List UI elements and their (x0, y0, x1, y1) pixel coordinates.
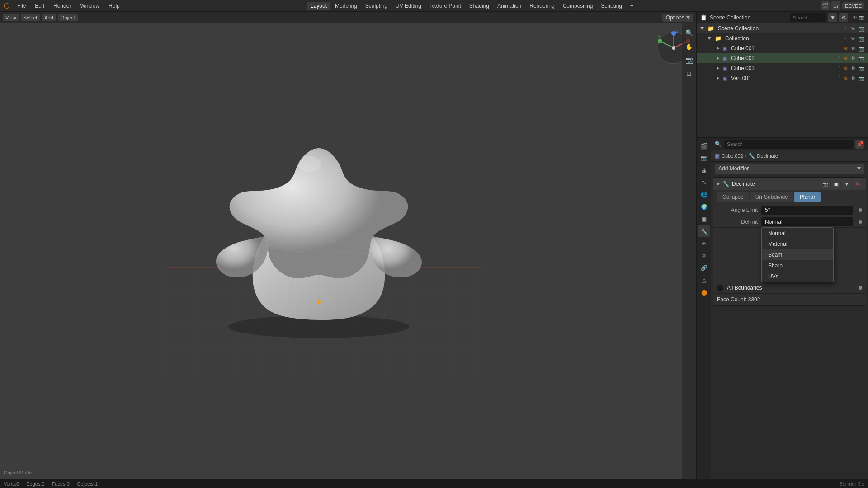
delimit-trigger[interactable]: Normal (761, 217, 853, 226)
vert001-expand-icon (717, 76, 719, 80)
viewport-view-menu[interactable]: View (3, 14, 19, 21)
scene-check-icon[interactable]: ☑ (843, 26, 848, 32)
delimit-option-material[interactable]: Material (762, 239, 833, 249)
tab-collapse[interactable]: Collapse (717, 192, 749, 202)
world-props-icon[interactable]: 🌍 (698, 201, 710, 213)
cube001-mesh-icon: ▣ (723, 46, 727, 52)
delimit-option-normal[interactable]: Normal (762, 228, 833, 239)
delimit-option-uvs[interactable]: UVs (762, 271, 833, 282)
scene-selector[interactable]: 🎬 (821, 1, 830, 10)
cube001-camera[interactable]: 📷 (858, 46, 864, 52)
outliner-search[interactable] (790, 13, 826, 22)
scene-eye-icon[interactable]: 👁 (850, 26, 855, 32)
workspace-layout[interactable]: Layout (307, 2, 330, 10)
object-data-props-icon[interactable]: △ (698, 274, 710, 286)
outliner-settings[interactable]: ⚙ (839, 13, 848, 22)
workspace-scripting[interactable]: Scripting (597, 2, 626, 10)
workspace-compositing[interactable]: Compositing (559, 2, 597, 10)
options-button[interactable]: Options (662, 14, 693, 22)
delimit-keyframe-dot[interactable] (859, 220, 862, 224)
view-layer-selector[interactable]: 🗂 (831, 1, 840, 10)
angle-limit-value[interactable]: 5° (761, 206, 853, 215)
outliner-scene-collection[interactable]: 📁 Scene Collection ☑ 👁 📷 (697, 23, 868, 33)
viewport-select-menu[interactable]: Select (21, 14, 40, 21)
outliner-filter[interactable]: ▼ (828, 13, 837, 22)
decimate-expand-icon[interactable] (717, 182, 720, 186)
hand-icon[interactable]: ✋ (683, 41, 695, 52)
properties-search[interactable] (724, 140, 853, 149)
tab-un-subdivide[interactable]: Un-Subdivide (750, 192, 793, 202)
decimate-close-icon[interactable]: ✕ (853, 179, 862, 188)
all-boundaries-dot[interactable] (859, 286, 862, 290)
cube003-camera[interactable]: 📷 (858, 66, 864, 71)
angle-limit-keyframe-dot[interactable] (859, 208, 862, 212)
scene-render-icon[interactable]: 🎬 (698, 140, 710, 152)
outliner-vert001[interactable]: ▣ Vert.001 ⋮ ⊘ 👁 📷 (697, 73, 868, 83)
outliner-cube001[interactable]: ▣ Cube.001 ⊘ 👁 📷 (697, 43, 868, 53)
delimit-option-sharp[interactable]: Sharp (762, 260, 833, 271)
scene-camera-icon[interactable]: 📷 (858, 26, 864, 32)
modifier-props-icon[interactable]: 🔧 (698, 225, 710, 237)
tab-planar[interactable]: Planar (794, 192, 821, 202)
camera-view-icon[interactable]: 📷 (683, 54, 695, 66)
delimit-option-seam[interactable]: Seam (762, 249, 833, 260)
object-props-icon[interactable]: ▣ (698, 213, 710, 225)
decimate-render-icon[interactable]: 🔲 (831, 179, 840, 188)
cube003-eye[interactable]: 👁 (850, 66, 855, 71)
workspace-texture[interactable]: Texture Paint (426, 2, 465, 10)
add-modifier-button[interactable]: Add Modifier (715, 164, 864, 174)
cube002-bone-icon: ⊘ (844, 56, 848, 61)
svg-point-7 (298, 156, 321, 172)
decimate-camera-icon[interactable]: 📷 (821, 179, 830, 188)
collection-label: Collection (725, 35, 749, 42)
status-faces: Faces:0 (52, 481, 70, 487)
outliner-cube002[interactable]: ▣ Cube.002 ⋮ ⊘ 👁 📷 (697, 53, 868, 63)
outliner-cube003[interactable]: ▣ Cube.003 ⋮ ⊘ 👁 📷 (697, 63, 868, 73)
workspace-sculpting[interactable]: Sculpting (362, 2, 391, 10)
decimate-name[interactable]: Decimate (732, 181, 818, 187)
menu-help[interactable]: Help (105, 2, 123, 10)
grid-view-icon[interactable]: ⊞ (683, 68, 695, 80)
output-props-icon[interactable]: 🖨 (698, 164, 710, 176)
workspace-rendering[interactable]: Rendering (526, 2, 558, 10)
viewport-3d[interactable]: View Select Add Object Options (0, 12, 696, 479)
decimate-modifier-card: 🔧 Decimate 📷 🔲 ▼ ✕ Collapse Un-S (713, 177, 866, 306)
cube002-camera[interactable]: 📷 (858, 56, 864, 61)
physics-props-icon[interactable]: ⚛ (698, 250, 710, 262)
workspace-animation[interactable]: Animation (494, 2, 525, 10)
outliner-collection[interactable]: 📁 Collection ☑ 👁 📷 (697, 33, 868, 43)
workspace-modeling[interactable]: Modeling (331, 2, 361, 10)
menu-file[interactable]: File (14, 2, 29, 10)
render-props-icon[interactable]: 📷 (698, 152, 710, 164)
decimate-dropdown-icon[interactable]: ▼ (842, 179, 851, 188)
view-layer-props-icon[interactable]: 🗂 (698, 177, 710, 188)
particles-props-icon[interactable]: ✳ (698, 238, 710, 249)
outliner: 📋 Scene Collection ▼ ⚙ 👁 📷 📁 Scene Colle… (697, 12, 868, 138)
menu-render[interactable]: Render (50, 2, 75, 10)
workspace-uv[interactable]: UV Editing (392, 2, 425, 10)
constraints-props-icon[interactable]: 🔗 (698, 262, 710, 274)
material-props-icon[interactable]: ⬤ (698, 286, 710, 298)
all-boundaries-checkbox[interactable] (717, 285, 723, 291)
add-workspace[interactable]: + (627, 2, 637, 10)
zoom-icon[interactable]: 🔍 (683, 27, 695, 39)
vert001-eye[interactable]: 👁 (850, 75, 855, 81)
props-pin-icon[interactable]: 📌 (855, 140, 864, 149)
viewport-add-menu[interactable]: Add (42, 14, 56, 21)
status-bar: Verts:0 Edges:0 Faces:0 Objects:1 Blende… (0, 479, 868, 488)
menu-edit[interactable]: Edit (31, 2, 48, 10)
status-blender-version: Blender 3.x (839, 481, 864, 487)
vert001-camera[interactable]: 📷 (858, 75, 864, 81)
workspace-shading[interactable]: Shading (466, 2, 493, 10)
engine-selector[interactable]: EEVEE (842, 2, 864, 9)
menu-window[interactable]: Window (76, 2, 103, 10)
viewport-object-menu[interactable]: Object (58, 14, 78, 21)
scene-props-icon[interactable]: 🌐 (698, 189, 710, 201)
cube002-eye[interactable]: 👁 (850, 56, 855, 61)
cube001-eye[interactable]: 👁 (850, 46, 855, 52)
col-check[interactable]: ☑ (843, 36, 848, 42)
options-chevron-icon (686, 16, 690, 19)
col-camera[interactable]: 📷 (858, 36, 864, 42)
cube002-vert-icon: ⋮ (837, 56, 841, 61)
col-eye[interactable]: 👁 (850, 36, 855, 42)
